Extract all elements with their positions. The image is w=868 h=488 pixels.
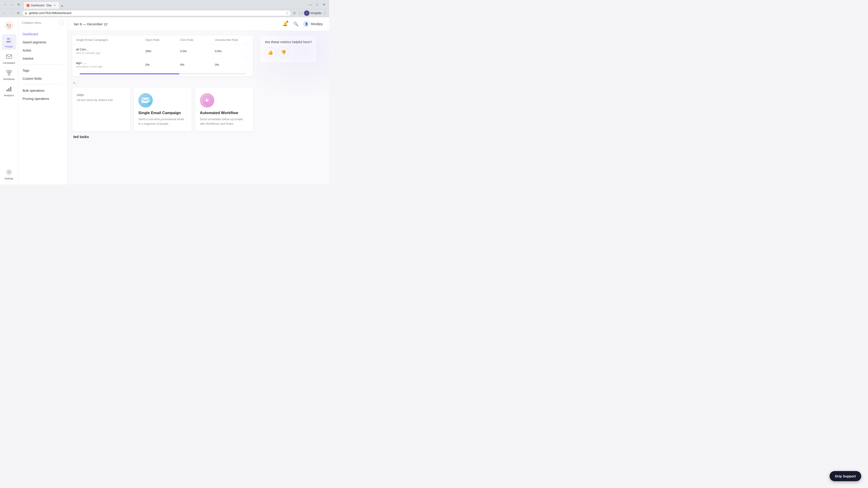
workflow-card-icon <box>200 93 214 107</box>
nav-item-campaigns[interactable]: Campaigns <box>2 51 16 66</box>
maximize-button[interactable]: □ <box>314 2 320 7</box>
single-email-card-title: Single Email Campaign <box>138 111 187 115</box>
unsubscribe-rate-1: 0.0% <box>215 50 250 53</box>
click-rate-1: 0.0% <box>180 50 215 53</box>
people-nav-label: People <box>5 45 13 48</box>
svg-rect-15 <box>142 98 150 103</box>
sidebar-item-pruning-operations[interactable]: Pruning operations <box>18 95 68 103</box>
campaign-name-2: aign - ... <box>76 61 145 65</box>
svg-rect-10 <box>8 73 10 75</box>
feedback-title: Are these metrics helpful here? <box>265 40 312 44</box>
thumbs-up-button[interactable]: 👍 <box>265 47 276 58</box>
sidebar-nav: Dashboard Saved segments Active Inactive… <box>18 28 68 184</box>
svg-rect-7 <box>6 55 12 58</box>
collapse-menu-button[interactable]: → <box>59 20 64 25</box>
incognito-avatar: I <box>304 10 309 16</box>
feature-card-single-email[interactable]: Single Email Campaign Send a one-time pr… <box>134 88 192 131</box>
tab-title: Dashboard · Drip <box>31 4 52 7</box>
campaign-cell-2: aign - ... sent about 1 hour ago <box>76 61 145 68</box>
sidebar-item-dashboard[interactable]: Dashboard <box>18 30 68 38</box>
thumbs-down-button[interactable]: 👎 <box>278 47 289 58</box>
browser-chrome: ← → ↻ D Dashboard · Drip ✕ + — □ ✕ <box>0 0 329 9</box>
browser-action-icon[interactable]: ⋮⋮ <box>298 11 303 15</box>
sidebar-item-bulk-operations[interactable]: Bulk operations <box>18 87 68 95</box>
col-header-open-rate: Open Rate <box>145 38 180 41</box>
campaigns-nav-label: Campaigns <box>3 61 16 64</box>
nav-item-people[interactable]: People <box>2 34 16 50</box>
logo-nav-item[interactable] <box>2 20 16 32</box>
campaign-time-2: sent about 1 hour ago <box>76 65 145 68</box>
table-header: Single Email Campaigns Open Rate Click R… <box>72 35 253 44</box>
workflows-icon <box>5 69 13 77</box>
section-label: v... <box>72 80 253 85</box>
nav-item-analytics[interactable]: Analytics <box>2 83 16 98</box>
settings-nav-label: Settings <box>4 177 13 180</box>
nav-item-settings[interactable]: Settings <box>2 166 16 182</box>
thumbs-down-icon: 👎 <box>281 50 286 55</box>
url-text: getdrip.com/7641396/dashboard <box>29 11 284 15</box>
browser-menu-button[interactable]: ⋮ <box>322 11 327 15</box>
top-actions: 🔔 🔍 👤 Moodjoy <box>281 20 323 28</box>
right-panel: Are these metrics helpful here? 👍 👎 <box>257 35 324 141</box>
tasks-header: ted tasks <box>72 131 253 141</box>
svg-rect-13 <box>10 87 11 92</box>
close-window-button[interactable]: ✕ <box>321 2 327 7</box>
people-icon <box>5 36 13 44</box>
minimize-button[interactable]: — <box>307 2 313 7</box>
user-name: Moodjoy <box>311 22 323 26</box>
analytics-icon <box>5 85 13 93</box>
feature-card-campaign[interactable]: paign nd turn drive-by visitors into <box>72 88 130 131</box>
thumbs-up-icon: 👍 <box>268 50 273 55</box>
analytics-nav-label: Analytics <box>4 94 14 97</box>
address-bar[interactable]: 🔒 getdrip.com/7641396/dashboard ☆ <box>22 10 291 16</box>
tab-close-button[interactable]: ✕ <box>53 4 57 7</box>
workflow-card-desc: Send immediate follow-up emails with Wor… <box>200 117 249 126</box>
active-tab[interactable]: D Dashboard · Drip ✕ <box>24 2 59 9</box>
collapse-menu-text: Collapse menu <box>22 21 41 24</box>
sidebar-item-tags[interactable]: Tags <box>18 66 68 74</box>
browser-right-controls: — □ ✕ <box>307 2 327 7</box>
incognito-badge[interactable]: I Incognito <box>304 10 321 16</box>
back-button[interactable]: ← <box>2 2 8 7</box>
table-row[interactable]: aign - ... sent about 1 hour ago 0% 0% 0… <box>72 58 253 72</box>
svg-rect-9 <box>9 70 11 72</box>
svg-marker-18 <box>206 98 209 102</box>
security-lock-icon: 🔒 <box>24 11 28 14</box>
table-row[interactable]: all Cam... sent 41 minutes ago 29% 0.0% … <box>72 44 253 58</box>
forward-button[interactable]: → <box>9 2 15 7</box>
feedback-section: Are these metrics helpful here? 👍 👎 <box>260 35 316 62</box>
svg-point-4 <box>6 25 7 26</box>
content-with-overlay: Single Email Campaigns Open Rate Click R… <box>72 35 324 141</box>
app-container: People Campaigns Workflows <box>0 17 329 184</box>
svg-rect-8 <box>7 70 8 72</box>
back-nav-button[interactable]: ← <box>2 10 8 16</box>
extension-icon-1[interactable]: ⊙ <box>292 11 297 15</box>
search-button[interactable]: 🔍 <box>292 20 300 28</box>
sidebar-item-custom-fields[interactable]: Custom fields <box>18 74 68 83</box>
notification-button[interactable]: 🔔 <box>281 20 289 28</box>
reload-button[interactable]: ↻ <box>16 2 22 7</box>
bookmark-star-icon[interactable]: ☆ <box>286 11 289 15</box>
open-rate-1: 29% <box>145 50 180 53</box>
sidebar-item-inactive[interactable]: Inactive <box>18 55 68 63</box>
logo-icon <box>5 22 13 30</box>
sidebar-item-saved-segments[interactable]: Saved segments <box>18 38 68 46</box>
single-email-card-icon <box>138 93 153 107</box>
svg-point-14 <box>8 171 10 173</box>
feature-card-workflow[interactable]: Automated Workflow Send immediate follow… <box>195 88 253 131</box>
svg-point-6 <box>9 38 11 39</box>
sidebar-item-active[interactable]: Active <box>18 46 68 55</box>
user-display[interactable]: 👤 Moodjoy <box>303 21 323 27</box>
campaign-time-1: sent 41 minutes ago <box>76 52 145 55</box>
reload-nav-button[interactable]: ↻ <box>16 10 21 16</box>
sidebar-divider-1 <box>23 64 63 65</box>
svg-point-2 <box>9 25 11 26</box>
address-bar-row: ← → ↻ 🔒 getdrip.com/7641396/dashboard ☆ … <box>0 9 329 17</box>
forward-nav-button[interactable]: → <box>8 10 14 16</box>
new-tab-button[interactable]: + <box>59 3 65 9</box>
sidebar: Collapse menu → Dashboard Saved segments… <box>18 17 68 184</box>
col-header-click-rate: Click Rate <box>180 38 215 41</box>
incognito-label: Incognito <box>310 11 321 15</box>
top-bar: ber 6 — December 12 🔔 🔍 👤 Moodjoy <box>68 17 329 31</box>
nav-item-workflows[interactable]: Workflows <box>2 67 16 82</box>
